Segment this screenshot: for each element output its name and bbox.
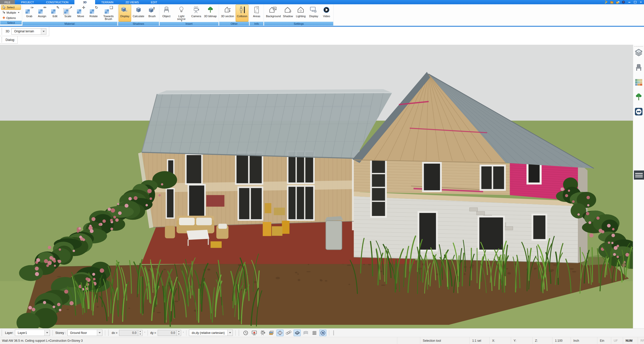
- storey-label: Storey :: [55, 331, 66, 335]
- shadow-calculate-button[interactable]: Calculate: [131, 5, 146, 22]
- shadow-brush-button[interactable]: Brush: [146, 5, 158, 22]
- tab-2d-views[interactable]: 2D VIEWS: [120, 0, 145, 4]
- sidebar-drag-handle[interactable]: [634, 46, 643, 47]
- roof-display-toggle[interactable]: [276, 330, 284, 336]
- background-settings-button[interactable]: Background: [265, 5, 281, 22]
- remote-session-icon[interactable]: [634, 107, 643, 116]
- north-arrow-toggle[interactable]: N: [319, 330, 326, 336]
- dx-unit: ': [145, 331, 145, 334]
- furniture-catalog-icon[interactable]: [634, 63, 643, 72]
- help-icon[interactable]: ?: [621, 1, 626, 4]
- grab-material-button[interactable]: ✑ Grab: [23, 5, 36, 22]
- house-section-icon: [223, 6, 232, 14]
- tab-terrain[interactable]: TERRAIN: [95, 0, 119, 4]
- status-uf: UF: [611, 337, 623, 344]
- dy-label: dy =: [150, 331, 156, 335]
- ribbon-group-label-other: Other: [219, 22, 249, 26]
- terrain-layers-icon[interactable]: [302, 330, 309, 336]
- toolbar-overflow-handle[interactable]: [333, 331, 335, 335]
- insert-light-source-button[interactable]: Light source: [173, 5, 190, 22]
- spin-up-icon[interactable]: [138, 330, 142, 333]
- chevron-down-icon: [97, 330, 102, 336]
- export-icon[interactable]: [615, 1, 620, 4]
- multiple-button[interactable]: Multiple: [1, 10, 21, 15]
- grid-icon[interactable]: [311, 330, 318, 336]
- video-settings-button[interactable]: Video: [320, 5, 333, 22]
- scale-material-button[interactable]: ↗ Scale: [62, 5, 74, 22]
- areas-button[interactable]: ? Areas: [250, 5, 263, 22]
- toolbar-drag-handle[interactable]: [239, 330, 240, 336]
- status-message: Wall AW 36.5 m. Ceiling support L=Constr…: [0, 337, 397, 344]
- image-stack-icon[interactable]: [268, 330, 275, 336]
- dy-input[interactable]: 0.0: [158, 330, 181, 336]
- layer-dropdown[interactable]: Layer1: [15, 330, 50, 336]
- status-ein[interactable]: Ein: [597, 337, 611, 344]
- coordinate-mode-dropdown[interactable]: dx,dy (relative cartesian): [189, 330, 233, 336]
- chevron-down-icon: [181, 20, 182, 21]
- display-settings-button[interactable]: Display: [307, 5, 320, 22]
- assign-material-button[interactable]: ✏ Assign: [36, 5, 48, 22]
- move-material-button[interactable]: ✛ Move: [74, 5, 87, 22]
- layers-icon[interactable]: [634, 49, 643, 57]
- spin-up-icon[interactable]: [177, 330, 181, 333]
- plants-catalog-icon[interactable]: [634, 93, 643, 101]
- cube-icon: [134, 6, 143, 14]
- status-rf: RF: [638, 337, 644, 344]
- 3d-scene[interactable]: [0, 45, 633, 328]
- towards-brush-button[interactable]: ❏ Towards Brush: [100, 5, 117, 22]
- panel-expand-handle[interactable]: [634, 170, 644, 180]
- insert-camera-button[interactable]: Camera: [190, 5, 203, 22]
- 3d-viewport[interactable]: [0, 45, 633, 328]
- package-icon[interactable]: [610, 1, 614, 4]
- spin-down-icon[interactable]: [138, 333, 142, 336]
- status-unit[interactable]: Inch: [571, 337, 597, 344]
- svg-text:?: ?: [623, 1, 624, 4]
- options-button[interactable]: ✚ Options: [1, 15, 21, 20]
- status-scale[interactable]: 1:100: [552, 337, 571, 344]
- tree-icon: [206, 6, 215, 14]
- presentation-display-icon[interactable]: [251, 330, 258, 336]
- close-button[interactable]: ✕: [639, 1, 643, 4]
- view-select-dropdown[interactable]: Original terrain: [11, 28, 46, 35]
- bottom-toolbar: Layer: Layer1 Storey : Ground floor dx =…: [0, 328, 644, 337]
- ribbon-group-other: 3D section Collision Other: [219, 4, 250, 26]
- minimize-button[interactable]: [627, 1, 631, 4]
- tab-file[interactable]: FILE: [0, 0, 15, 4]
- tab-edit[interactable]: EDIT: [145, 0, 163, 4]
- select-button[interactable]: Select: [1, 5, 21, 10]
- edit-material-button[interactable]: ✎ Edit: [49, 5, 61, 22]
- tab-project[interactable]: PROJECT: [15, 0, 40, 4]
- insert-object-button[interactable]: Object: [160, 5, 173, 22]
- time-icon[interactable]: [242, 330, 249, 336]
- insulation-display-icon[interactable]: [285, 330, 292, 336]
- monitor-gear-icon: [309, 6, 318, 14]
- camera-position-icon[interactable]: [259, 330, 266, 336]
- 3d-section-button[interactable]: 3D section: [220, 5, 235, 22]
- lighting-settings-button[interactable]: Lighting: [294, 5, 307, 22]
- house-background-icon: [268, 6, 277, 14]
- ceiling-display-toggle[interactable]: [294, 330, 301, 336]
- ribbon-group-select: Select Multiple ✚ Options Select: [0, 4, 22, 26]
- toolbar-drag-handle[interactable]: [2, 37, 3, 42]
- ribbon-group-info: ? Areas Info: [249, 4, 264, 26]
- rotate-material-button[interactable]: ↻ Rotate: [87, 5, 100, 22]
- toolbar-drag-handle[interactable]: [2, 28, 3, 34]
- ribbon-group-insert: Object Light source Camera 3D bitmap Ins…: [159, 4, 219, 26]
- materials-catalog-icon[interactable]: [634, 78, 643, 87]
- ribbon-group-label-info: Info: [250, 22, 263, 26]
- spin-down-icon[interactable]: [177, 333, 181, 336]
- toolbar-drag-handle[interactable]: [108, 330, 110, 336]
- insert-3d-bitmap-button[interactable]: 3D bitmap: [203, 5, 218, 22]
- storey-dropdown[interactable]: Ground floor: [67, 330, 102, 336]
- dx-input[interactable]: 0.0: [119, 330, 143, 336]
- collision-button[interactable]: Collision: [236, 5, 249, 22]
- toolbar-drag-handle[interactable]: [2, 330, 3, 336]
- scale-icon: ↗: [63, 6, 72, 14]
- restore-button[interactable]: [633, 1, 637, 4]
- tab-construction[interactable]: CONSTRUCTION: [40, 0, 75, 4]
- areas-icon: ?: [252, 6, 261, 14]
- shadow-display-button[interactable]: Display: [119, 5, 131, 22]
- tab-3d[interactable]: 3D: [74, 0, 95, 4]
- shadow-settings-button[interactable]: Shadow: [282, 5, 294, 22]
- tools-icon[interactable]: [604, 1, 608, 4]
